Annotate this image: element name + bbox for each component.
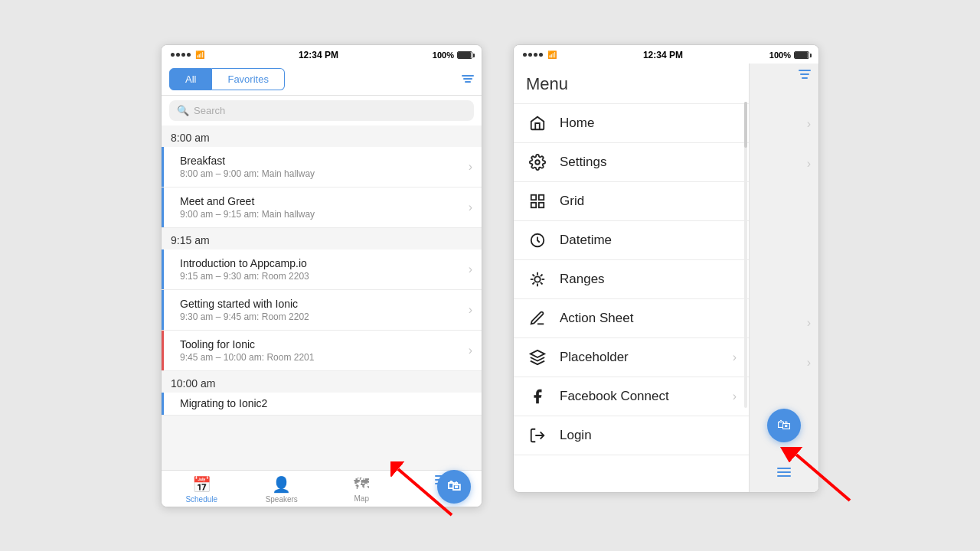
time-header-1000: 10:00 am: [162, 371, 482, 393]
item-sub: 9:45 am – 10:00 am: Room 2201: [180, 352, 462, 363]
segmented-control: All Favorites: [169, 68, 456, 90]
battery-percent-right: 100%: [769, 51, 791, 60]
settings-icon: [526, 154, 549, 171]
pencil-icon: [526, 310, 549, 327]
map-icon: 🗺: [354, 475, 369, 493]
schedule-item-tooling[interactable]: Tooling for Ionic 9:45 am – 10:00 am: Ro…: [162, 331, 482, 371]
battery-icon-right: [794, 51, 809, 59]
tab-map[interactable]: 🗺 Map: [322, 475, 402, 504]
datetime-icon: [526, 232, 549, 249]
tab-all[interactable]: All: [169, 68, 212, 90]
schedule-item-breakfast[interactable]: Breakfast 8:00 am – 9:00 am: Main hallwa…: [162, 147, 482, 187]
status-time-right: 12:34 PM: [643, 50, 683, 60]
item-sub: 8:00 am – 9:00 am: Main hallway: [180, 168, 462, 179]
home-icon: [526, 115, 549, 132]
top-tab-bar: All Favorites: [162, 64, 482, 96]
tab-map-label: Map: [354, 494, 369, 503]
side-chevron-4: ›: [807, 356, 811, 370]
filter-icon[interactable]: [462, 75, 474, 83]
side-filter-icon[interactable]: [799, 70, 811, 79]
tab-schedule-label: Schedule: [185, 495, 217, 504]
menu-item-ranges[interactable]: Ranges: [514, 260, 749, 299]
placeholder-chevron: ›: [733, 350, 737, 364]
item-title: Meet and Greet: [180, 195, 462, 207]
item-title: Breakfast: [180, 155, 462, 167]
tab-schedule[interactable]: 📅 Schedule: [162, 475, 242, 504]
login-icon: [526, 427, 549, 444]
chevron-right-icon: ›: [469, 303, 472, 317]
grid-icon: [526, 193, 549, 210]
side-chevron-3: ›: [807, 316, 811, 330]
svg-rect-4: [539, 194, 544, 199]
menu-item-login[interactable]: Login: [514, 416, 749, 455]
wifi-icon: 📶: [195, 51, 204, 59]
fab-button-right[interactable]: 🛍: [767, 409, 801, 442]
time-header-915: 9:15 am: [162, 228, 482, 249]
shopping-bag-icon: 🛍: [447, 478, 461, 494]
svg-marker-17: [531, 350, 544, 357]
accent-bar: [162, 290, 164, 330]
time-header-800: 8:00 am: [162, 126, 482, 147]
svg-point-8: [534, 276, 540, 282]
chevron-right-icon: ›: [469, 201, 472, 214]
menu-item-action-sheet[interactable]: Action Sheet: [514, 299, 749, 338]
menu-item-home[interactable]: Home: [514, 104, 749, 143]
battery-percent-left: 100%: [433, 51, 454, 60]
status-bar-left: 📶 12:34 PM 100%: [162, 45, 482, 64]
menu-item-datetime[interactable]: Datetime: [514, 221, 749, 260]
item-title: Migrating to Ionic2: [180, 397, 472, 409]
menu-item-settings[interactable]: Settings: [514, 143, 749, 182]
ranges-icon: [526, 271, 549, 288]
login-label: Login: [549, 428, 737, 443]
facebook-chevron: ›: [733, 390, 737, 403]
action-sheet-label: Action Sheet: [549, 311, 737, 326]
schedule-item-migrating[interactable]: Migrating to Ionic2: [162, 393, 482, 416]
schedule-list: 8:00 am Breakfast 8:00 am – 9:00 am: Mai…: [162, 126, 482, 470]
home-label: Home: [549, 116, 737, 131]
search-input[interactable]: 🔍 Search: [169, 100, 474, 121]
accent-bar: [162, 393, 164, 415]
svg-line-14: [541, 282, 543, 284]
placeholder-label: Placeholder: [549, 350, 733, 365]
person-icon: 👤: [272, 475, 291, 494]
settings-label: Settings: [549, 155, 737, 170]
tab-speakers-label: Speakers: [266, 495, 298, 504]
scroll-track: [744, 102, 747, 408]
tab-speakers[interactable]: 👤 Speakers: [242, 475, 322, 504]
item-sub: 9:30 am – 9:45 am: Room 2202: [180, 311, 462, 322]
menu-title: Menu: [514, 64, 749, 104]
calendar-icon: 📅: [192, 475, 211, 494]
schedule-item-intro[interactable]: Introduction to Appcamp.io 9:15 am – 9:3…: [162, 249, 482, 290]
item-title: Introduction to Appcamp.io: [180, 257, 462, 269]
accent-bar: [162, 249, 164, 289]
svg-rect-6: [539, 202, 544, 207]
accent-bar: [162, 331, 164, 370]
menu-item-placeholder[interactable]: Placeholder ›: [514, 338, 749, 377]
search-placeholder: Search: [194, 105, 225, 116]
chevron-right-icon: ›: [469, 262, 472, 276]
menu-item-grid[interactable]: Grid: [514, 182, 749, 221]
schedule-item-ionic[interactable]: Getting started with Ionic 9:30 am – 9:4…: [162, 290, 482, 331]
svg-point-2: [535, 160, 540, 165]
accent-bar: [162, 187, 164, 227]
arrow-right: [727, 447, 865, 508]
search-bar: 🔍 Search: [162, 96, 482, 126]
svg-rect-3: [531, 194, 536, 199]
schedule-item-meet-greet[interactable]: Meet and Greet 9:00 am – 9:15 am: Main h…: [162, 187, 482, 228]
facebook-icon: [526, 388, 549, 405]
svg-line-16: [541, 274, 543, 276]
tab-favorites[interactable]: Favorites: [212, 68, 284, 90]
wifi-icon-right: 📶: [547, 51, 557, 59]
side-chevron-2: ›: [807, 157, 811, 171]
item-sub: 9:15 am – 9:30 am: Room 2203: [180, 271, 462, 282]
menu-item-facebook-connect[interactable]: Facebook Connect ›: [514, 377, 749, 416]
svg-rect-5: [531, 202, 536, 207]
status-time-left: 12:34 PM: [299, 50, 338, 60]
svg-line-15: [533, 282, 535, 284]
search-icon: 🔍: [177, 105, 189, 116]
layers-icon: [526, 349, 549, 366]
item-title: Getting started with Ionic: [180, 298, 462, 310]
fab-button-left[interactable]: 🛍: [437, 470, 471, 504]
facebook-connect-label: Facebook Connect: [549, 389, 733, 404]
svg-line-20: [796, 455, 850, 500]
